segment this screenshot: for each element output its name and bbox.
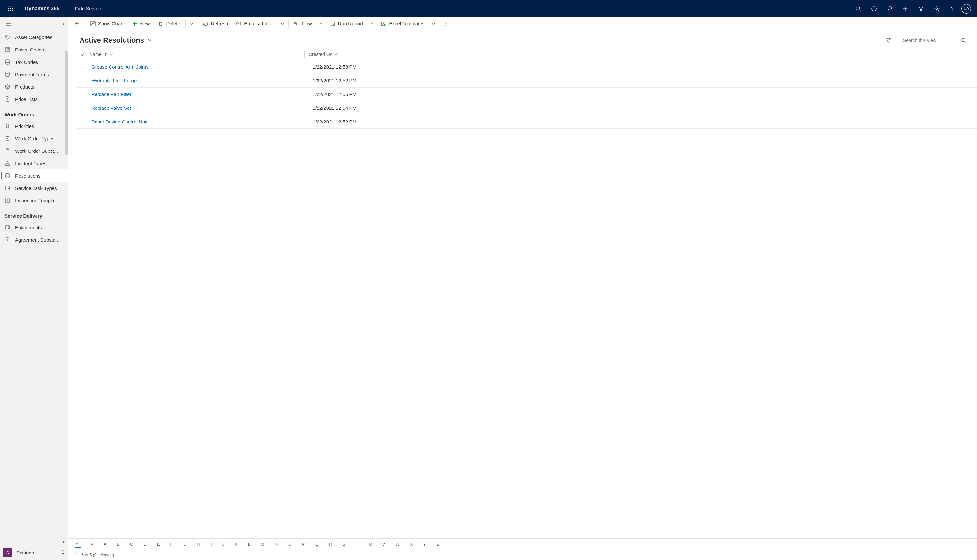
view-header: Active Resolutions (68, 31, 977, 48)
record-name-link[interactable]: Hydraulic Line Purge (89, 78, 304, 83)
alpha-jump-#[interactable]: # (90, 541, 94, 547)
sidebar-item[interactable]: Priorities (0, 120, 68, 132)
email-link-button[interactable]: Email a Link (232, 17, 275, 31)
column-filter-button[interactable] (883, 35, 893, 46)
global-search-button[interactable] (850, 1, 866, 17)
alpha-jump-k[interactable]: K (234, 541, 238, 547)
alpha-jump-r[interactable]: R (328, 541, 332, 547)
alpha-jump-p[interactable]: P (301, 541, 306, 547)
sidebar-scroll-down[interactable]: ▼ (60, 538, 67, 546)
alpha-jump-y[interactable]: Y (423, 541, 427, 547)
alpha-jump-x[interactable]: X (409, 541, 414, 547)
alpha-jump-c[interactable]: C (129, 541, 134, 547)
alpha-jump-s[interactable]: S (342, 541, 346, 547)
sidebar-item[interactable]: Price Lists (0, 93, 68, 105)
alpha-jump-a[interactable]: A (103, 541, 107, 547)
command-overflow-button[interactable] (440, 17, 452, 31)
alpha-jump-h[interactable]: H (197, 541, 201, 547)
email-link-split-button[interactable] (278, 17, 287, 31)
delete-split-button[interactable] (187, 17, 196, 31)
delete-button[interactable]: Delete (154, 17, 184, 31)
alpha-jump-w[interactable]: W (395, 541, 400, 547)
sidebar-item[interactable]: Asset Categories (0, 31, 68, 43)
sidebar-item[interactable]: Inspection Templa... (0, 194, 68, 207)
table-row[interactable]: Hydraulic Line Purge 1/22/2021 12:52 PM (76, 74, 977, 88)
task-button[interactable] (866, 1, 882, 17)
table-row[interactable]: Grease Control Arm Joints 1/22/2021 12:5… (76, 60, 977, 74)
sidebar-item-label: Resolutions (15, 173, 40, 178)
sidebar-scrollbar[interactable] (65, 51, 68, 155)
column-resizer[interactable] (304, 51, 305, 58)
alpha-jump-g[interactable]: G (182, 541, 187, 547)
advanced-filter-button[interactable] (913, 1, 929, 17)
select-all-checkbox[interactable] (76, 52, 89, 57)
run-report-button[interactable]: Run Report (326, 17, 367, 31)
show-chart-button[interactable]: Show Chart (87, 17, 127, 31)
refresh-button[interactable]: Refresh (199, 17, 232, 31)
user-avatar[interactable]: UA (961, 4, 971, 14)
flow-split-button[interactable] (317, 17, 326, 31)
alpha-jump-all[interactable]: All (75, 541, 81, 548)
view-search-input[interactable] (903, 38, 961, 43)
record-name-link[interactable]: Replace Pan Filter (89, 92, 304, 97)
sidebar-item[interactable]: Resolutions (0, 169, 68, 182)
sidebar-item[interactable]: Service Task Types (0, 182, 68, 194)
alpha-jump-l[interactable]: L (247, 541, 251, 547)
sidebar-item[interactable]: Incident Types (0, 157, 68, 169)
excel-templates-button[interactable]: Excel Templates (377, 17, 428, 31)
alpha-jump-t[interactable]: T (355, 541, 359, 547)
table-row[interactable]: Replace Valve Set 1/22/2021 12:54 PM (76, 101, 977, 115)
sidebar-item[interactable]: Work Order Types (0, 132, 68, 145)
alpha-jump-q[interactable]: Q (315, 541, 319, 547)
alpha-jump-o[interactable]: O (287, 541, 292, 547)
new-button[interactable]: New (128, 17, 154, 31)
alpha-jump-v[interactable]: V (382, 541, 386, 547)
sidebar-item[interactable]: Work Order Subst... (0, 145, 68, 157)
sidebar-item[interactable]: Tax Codes (0, 56, 68, 68)
sidebar-collapse-button[interactable] (3, 18, 14, 30)
sidebar-item[interactable]: Entitlements (0, 221, 68, 233)
app-name-label[interactable]: Field Service (70, 6, 107, 12)
sidebar-item[interactable]: Postal Codes (0, 43, 68, 56)
column-name-label: Name (89, 52, 101, 57)
refresh-label: Refresh (211, 21, 228, 27)
column-header-name[interactable]: Name (89, 52, 304, 57)
sidebar-item[interactable]: Products (0, 80, 68, 93)
alpha-jump-n[interactable]: N (274, 541, 278, 547)
clipboard-icon (5, 135, 10, 142)
alpha-jump-j[interactable]: J (222, 541, 225, 547)
record-name-link[interactable]: Grease Control Arm Joints (89, 64, 304, 70)
view-search-box[interactable] (899, 35, 969, 46)
record-name-link[interactable]: Reset Device Control Unit (89, 119, 304, 125)
run-report-split-button[interactable] (367, 17, 376, 31)
column-header-created-on[interactable]: Created On (309, 52, 394, 57)
sidebar-item[interactable]: Payment Terms (0, 68, 68, 80)
table-row[interactable]: Replace Pan Filter 1/22/2021 12:55 PM (76, 88, 977, 101)
area-switcher[interactable]: S Settings (0, 545, 68, 560)
alpha-jump-b[interactable]: B (116, 541, 120, 547)
quick-create-button[interactable] (897, 1, 913, 17)
settings-button[interactable] (929, 1, 944, 17)
sidebar-item[interactable]: Agreement Substa... (0, 233, 68, 246)
excel-templates-split-button[interactable] (429, 17, 438, 31)
alpha-jump-d[interactable]: D (143, 541, 147, 547)
flow-button[interactable]: Flow (290, 17, 316, 31)
alpha-jump-u[interactable]: U (368, 541, 372, 547)
grid-header: Name Created On (68, 48, 977, 60)
alpha-jump-f[interactable]: F (170, 541, 174, 547)
back-button[interactable] (70, 17, 84, 31)
view-selector[interactable]: Active Resolutions (80, 36, 152, 45)
alpha-jump-z[interactable]: Z (436, 541, 440, 547)
assistant-button[interactable] (882, 1, 897, 17)
table-row[interactable]: Reset Device Control Unit 1/22/2021 12:5… (76, 115, 977, 129)
sidebar-scroll-up[interactable]: ▲ (60, 20, 67, 28)
alpha-jump-e[interactable]: E (157, 541, 161, 547)
alpha-jump-i[interactable]: I (210, 541, 212, 547)
nav-group-service-delivery: Service Delivery (0, 207, 68, 221)
record-name-link[interactable]: Replace Valve Set (89, 105, 304, 111)
app-launcher-button[interactable] (3, 1, 18, 17)
brand-label[interactable]: Dynamics 365 (20, 6, 64, 12)
alpha-jump-m[interactable]: M (260, 541, 265, 547)
priority-icon (5, 123, 10, 129)
help-button[interactable] (944, 1, 960, 17)
